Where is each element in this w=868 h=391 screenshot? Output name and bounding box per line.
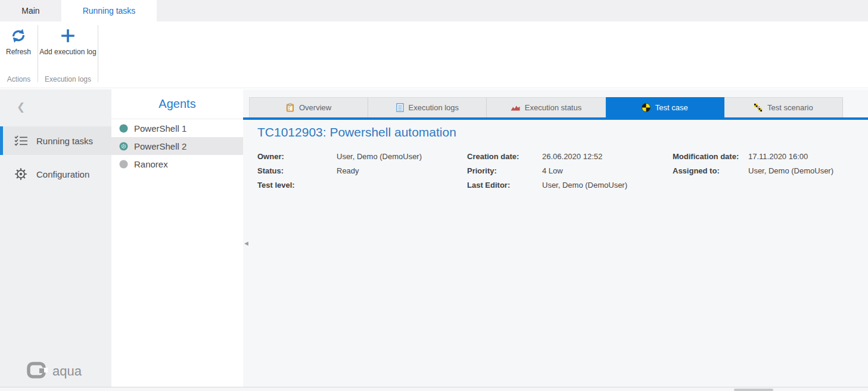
agent-name: Ranorex — [134, 159, 168, 169]
field-label: Last Editor: — [467, 181, 542, 190]
ribbon-separator — [38, 25, 38, 82]
status-chart-icon — [511, 104, 520, 111]
field-label: Priority: — [467, 166, 542, 175]
ribbon-group-actions-label: Actions — [0, 75, 38, 83]
task-list-icon — [14, 135, 28, 146]
ribbon-separator — [98, 25, 98, 82]
agent-name: PowerShell 1 — [134, 123, 186, 134]
agent-online-status-icon — [119, 124, 128, 133]
document-icon — [396, 103, 404, 112]
agents-panel-title: Agents — [111, 89, 243, 119]
tab-test-case[interactable]: Test case — [606, 97, 724, 117]
test-case-icon — [642, 103, 651, 112]
field-value: User, Demo (DemoUser) — [542, 181, 627, 190]
field-label: Assigned to: — [673, 166, 748, 175]
agent-row-powershell-2[interactable]: PowerShell 2 — [111, 137, 243, 155]
refresh-icon — [10, 24, 27, 48]
agent-row-powershell-1[interactable]: PowerShell 1 — [111, 119, 243, 137]
field-label: Modification date: — [673, 152, 748, 161]
agent-name: PowerShell 2 — [134, 141, 186, 151]
sidebar-item-configuration[interactable]: Configuration — [0, 160, 111, 188]
content-area: Overview Execution logs Execution s — [243, 89, 868, 387]
tab-label: Execution status — [525, 103, 581, 112]
tab-label: Execution logs — [409, 103, 459, 112]
status-bar — [0, 387, 868, 391]
aqua-logo-text: aqua — [52, 364, 82, 379]
add-execution-log-button[interactable]: Add execution log — [39, 24, 97, 57]
chevron-left-icon[interactable]: ❮ — [13, 99, 29, 114]
tab-label: Test scenario — [767, 103, 813, 112]
gear-icon — [14, 167, 28, 181]
tab-label: Test case — [655, 103, 688, 112]
field-label: Test level: — [257, 181, 337, 190]
field-label: Status: — [257, 166, 337, 175]
ribbon-tab-bar: Main Running tasks — [0, 0, 868, 21]
field-value: 26.06.2020 12:52 — [542, 152, 627, 161]
plus-icon — [60, 24, 76, 48]
sidebar-item-running-tasks[interactable]: Running tasks — [0, 126, 111, 155]
ribbon-toolbar: Refresh Add execution log Actions Execut… — [0, 21, 868, 88]
tab-execution-logs[interactable]: Execution logs — [368, 97, 487, 117]
panel-collapse-arrow[interactable]: ◄ — [243, 237, 250, 249]
tab-label: Overview — [299, 103, 331, 112]
agent-busy-status-icon — [119, 142, 128, 151]
test-case-title: TC1012903: Powershell automation — [257, 125, 456, 139]
field-value: Ready — [337, 166, 422, 175]
sidebar-item-label: Running tasks — [36, 136, 93, 146]
test-scenario-icon — [754, 103, 763, 112]
details-column-3: Modification date: 17.11.2020 16:00 Assi… — [673, 149, 833, 178]
add-execution-log-label: Add execution log — [39, 48, 96, 57]
sidebar: ❮ Running tasks — [0, 89, 111, 387]
field-label: Owner: — [257, 152, 337, 161]
tab-overview[interactable]: Overview — [249, 97, 368, 117]
field-label: Creation date: — [467, 152, 542, 161]
details-column-1: Owner: User, Demo (DemoUser) Status: Rea… — [257, 149, 422, 192]
details-column-2: Creation date: 26.06.2020 12:52 Priority… — [467, 149, 627, 192]
field-value: User, Demo (DemoUser) — [337, 152, 422, 161]
sidebar-item-label: Configuration — [36, 169, 89, 179]
active-tab-underline — [243, 117, 868, 120]
refresh-button[interactable]: Refresh — [1, 24, 36, 57]
clipboard-icon — [286, 103, 294, 112]
field-value: 4 Low — [542, 166, 627, 175]
ribbon-group-execution-logs-label: Execution logs — [38, 75, 98, 83]
ribbon-tab-main[interactable]: Main — [0, 0, 61, 21]
detail-tab-strip: Overview Execution logs Execution s — [249, 97, 843, 117]
agent-row-ranorex[interactable]: Ranorex — [111, 155, 243, 173]
refresh-button-label: Refresh — [6, 48, 31, 57]
ribbon-tab-running-tasks[interactable]: Running tasks — [61, 0, 157, 21]
aqua-logo-icon — [26, 361, 48, 381]
agent-offline-status-icon — [119, 160, 128, 169]
horizontal-scrollbar-thumb[interactable] — [734, 389, 773, 391]
field-value: 17.11.2020 16:00 — [748, 152, 833, 161]
field-value: User, Demo (DemoUser) — [748, 166, 833, 175]
tab-execution-status[interactable]: Execution status — [487, 97, 605, 117]
agents-panel: Agents PowerShell 1 PowerShell 2 Ranorex — [111, 89, 243, 387]
tab-test-scenario[interactable]: Test scenario — [724, 97, 843, 117]
aqua-app-window: Main Running tasks Refresh Add — [0, 0, 868, 391]
aqua-logo: aqua — [26, 361, 82, 381]
